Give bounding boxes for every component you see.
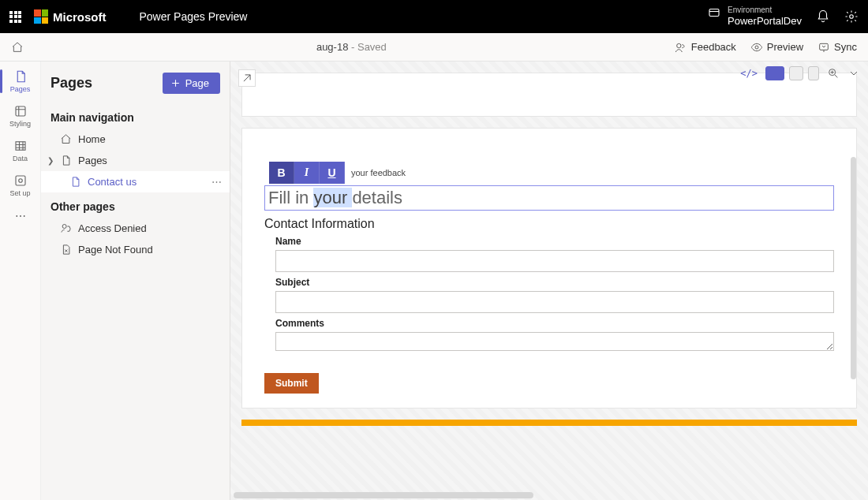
viewport-tablet-button[interactable]: [789, 66, 803, 80]
data-icon: [13, 139, 28, 153]
underline-button[interactable]: U: [320, 162, 345, 184]
page-icon: [69, 176, 81, 188]
svg-point-8: [18, 179, 22, 183]
rail-item-data[interactable]: Data: [0, 134, 40, 167]
zoom-icon[interactable]: [827, 67, 840, 80]
viewport-switcher: [765, 66, 819, 80]
pages-panel: Pages Page Main navigation Home ❯ Pages …: [41, 62, 230, 500]
label-subject: Subject: [275, 277, 834, 288]
feedback-icon: [675, 41, 687, 54]
expand-arrow-icon: [241, 73, 253, 84]
nav-item-contact-us[interactable]: Contact us ⋯: [41, 171, 230, 192]
nav-item-access-denied[interactable]: Access Denied: [41, 218, 230, 239]
notifications-icon[interactable]: [816, 9, 830, 24]
scrollbar-horizontal[interactable]: [234, 492, 533, 498]
bold-button[interactable]: B: [269, 162, 294, 184]
input-subject[interactable]: [275, 291, 834, 313]
panel-title: Pages: [51, 75, 92, 91]
nav-item-pages[interactable]: ❯ Pages: [41, 150, 230, 171]
submit-button[interactable]: Submit: [264, 373, 319, 394]
pages-icon: [13, 69, 28, 84]
feedback-button[interactable]: Feedback: [675, 41, 736, 54]
chevron-right-icon[interactable]: ❯: [47, 156, 54, 165]
toolbar-trailing-text: your feedback: [345, 168, 412, 177]
expand-canvas-button[interactable]: [238, 69, 256, 87]
microsoft-logo-icon: [34, 9, 48, 24]
left-rail: Pages Styling Data Set up ⋯: [0, 62, 41, 500]
design-canvas[interactable]: </> B I U your feedback: [230, 62, 868, 500]
add-page-button[interactable]: Page: [163, 73, 220, 94]
nav-item-home[interactable]: Home: [41, 129, 230, 150]
environment-label: Environment: [728, 6, 802, 15]
rail-item-setup[interactable]: Set up: [0, 169, 40, 202]
microsoft-logo: Microsoft: [34, 9, 107, 24]
command-bar: aug-18 - Saved Feedback Preview Sync: [0, 33, 868, 62]
form-section-title: Contact Information: [264, 217, 834, 231]
svg-point-1: [850, 15, 854, 19]
setup-icon: [13, 174, 28, 188]
preview-icon: [750, 41, 763, 54]
svg-rect-0: [709, 9, 719, 17]
section-other-pages: Other pages: [41, 192, 230, 218]
home-icon[interactable]: [11, 41, 24, 54]
input-name[interactable]: [275, 250, 834, 272]
svg-point-2: [676, 43, 680, 47]
rail-item-styling[interactable]: Styling: [0, 99, 40, 132]
svg-rect-7: [16, 176, 25, 185]
preview-button[interactable]: Preview: [750, 41, 803, 54]
svg-point-3: [755, 46, 758, 49]
canvas-toolbar: </>: [732, 62, 868, 85]
document-name: aug-18: [316, 41, 348, 53]
page-section-footer-accent[interactable]: [241, 420, 857, 426]
sync-button[interactable]: Sync: [817, 41, 857, 54]
text-format-toolbar: B I U your feedback: [269, 162, 412, 184]
svg-rect-6: [16, 142, 25, 151]
microsoft-logo-text: Microsoft: [53, 10, 107, 24]
environment-value: PowerPortalDev: [728, 15, 802, 28]
home-icon: [60, 133, 72, 145]
heading-editable[interactable]: Fill in your details: [264, 185, 834, 211]
label-name: Name: [275, 236, 834, 247]
rail-item-pages[interactable]: Pages: [0, 65, 40, 98]
selected-text: your: [313, 188, 352, 207]
chevron-down-icon[interactable]: [847, 67, 860, 80]
global-header: Microsoft Power Pages Preview Environmen…: [0, 0, 868, 33]
nav-item-page-not-found[interactable]: Page Not Found: [41, 239, 230, 260]
app-launcher-icon[interactable]: [9, 11, 21, 23]
environment-icon: [707, 6, 721, 20]
label-comments: Comments: [275, 318, 834, 329]
sync-icon: [817, 41, 830, 54]
styling-icon: [13, 104, 28, 118]
plus-icon: [170, 78, 181, 88]
item-overflow-icon[interactable]: ⋯: [211, 176, 222, 188]
svg-point-9: [62, 225, 66, 229]
rail-overflow-icon[interactable]: ⋯: [15, 203, 26, 229]
page-icon: [60, 155, 72, 166]
page-section-form[interactable]: B I U your feedback Fill in your details…: [241, 128, 857, 409]
document-status: aug-18 - Saved: [316, 41, 387, 53]
code-view-button[interactable]: </>: [740, 68, 758, 79]
italic-button[interactable]: I: [294, 162, 320, 184]
viewport-mobile-button[interactable]: [808, 66, 819, 80]
lock-icon: [60, 222, 72, 234]
app-title: Power Pages Preview: [140, 10, 248, 23]
input-comments[interactable]: [275, 332, 834, 351]
document-save-state: Saved: [357, 41, 387, 53]
section-main-nav: Main navigation: [41, 103, 230, 129]
environment-picker[interactable]: Environment PowerPortalDev: [707, 6, 802, 28]
settings-gear-icon[interactable]: [844, 9, 859, 24]
scrollbar-vertical[interactable]: [851, 157, 856, 379]
page-missing-icon: [60, 244, 72, 256]
viewport-desktop-button[interactable]: [765, 66, 784, 80]
svg-rect-5: [16, 106, 25, 116]
